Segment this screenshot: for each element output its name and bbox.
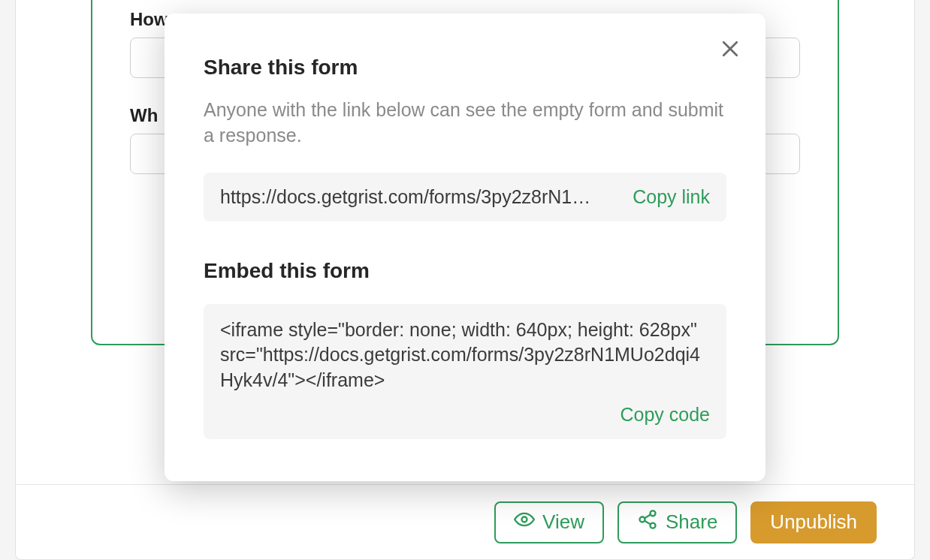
share-subtext: Anyone with the link below can see the e… bbox=[204, 98, 726, 149]
embed-code-box: <iframe style="border: none; width: 640p… bbox=[204, 304, 726, 439]
embed-code-text[interactable]: <iframe style="border: none; width: 640p… bbox=[220, 318, 710, 393]
footer-bar: View Share Unpublish bbox=[16, 484, 914, 559]
view-button[interactable]: View bbox=[494, 501, 604, 543]
copy-code-button[interactable]: Copy code bbox=[620, 404, 710, 426]
share-button[interactable]: Share bbox=[617, 501, 737, 543]
share-heading: Share this form bbox=[204, 56, 726, 80]
share-icon bbox=[637, 509, 658, 535]
view-button-label: View bbox=[542, 510, 584, 534]
share-url-box: https://docs.getgrist.com/forms/3py2z8rN… bbox=[204, 173, 726, 221]
close-button[interactable] bbox=[719, 38, 741, 63]
svg-line-4 bbox=[645, 521, 651, 525]
unpublish-button[interactable]: Unpublish bbox=[750, 501, 877, 543]
close-icon bbox=[719, 50, 741, 62]
share-modal: Share this form Anyone with the link bel… bbox=[165, 14, 765, 481]
svg-point-0 bbox=[522, 517, 527, 522]
embed-heading: Embed this form bbox=[204, 259, 726, 283]
share-button-label: Share bbox=[666, 510, 717, 534]
unpublish-button-label: Unpublish bbox=[770, 510, 857, 534]
copy-link-button[interactable]: Copy link bbox=[633, 186, 710, 208]
share-url-text[interactable]: https://docs.getgrist.com/forms/3py2z8rN… bbox=[220, 186, 622, 208]
svg-line-5 bbox=[645, 515, 651, 519]
eye-icon bbox=[514, 509, 535, 535]
